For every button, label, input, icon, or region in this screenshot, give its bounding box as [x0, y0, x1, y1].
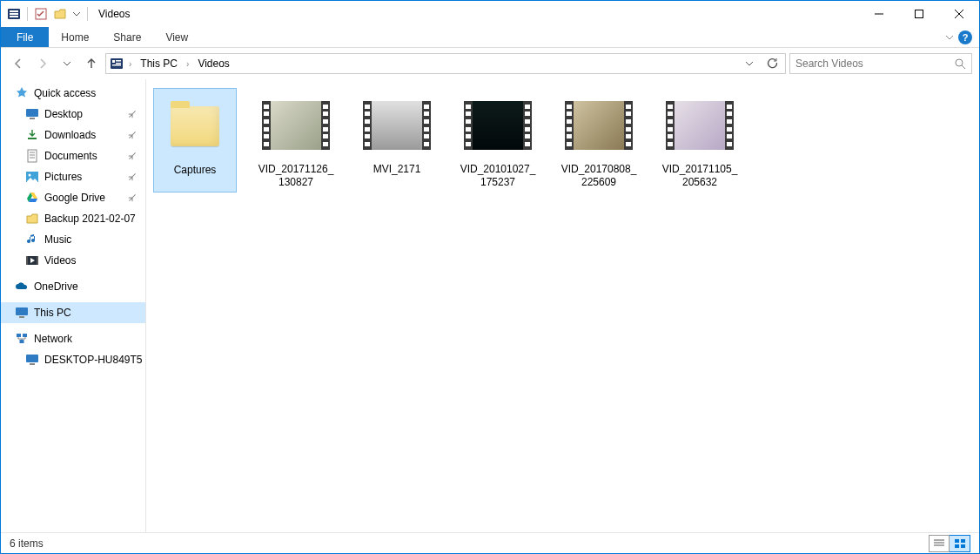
svg-rect-31	[17, 334, 21, 337]
item-icon	[25, 170, 39, 184]
monitor-icon	[15, 306, 29, 320]
sidebar-onedrive[interactable]: OneDrive	[1, 276, 145, 297]
chevron-right-icon[interactable]: ›	[129, 59, 131, 69]
svg-point-14	[956, 59, 963, 66]
chevron-right-icon[interactable]: ›	[186, 59, 189, 69]
network-icon	[15, 332, 29, 346]
sidebar-item-backup-2021-02-07[interactable]: Backup 2021-02-07	[1, 208, 145, 229]
monitor-icon	[25, 353, 39, 367]
qat-folder-icon[interactable]	[52, 6, 68, 22]
sidebar-item-downloads[interactable]: Downloads	[1, 125, 145, 145]
ribbon-collapse-icon[interactable]	[944, 32, 955, 43]
svg-point-24	[29, 174, 31, 177]
file-item[interactable]: Captures	[153, 88, 237, 193]
svg-rect-11	[116, 60, 121, 62]
close-button[interactable]	[939, 1, 979, 27]
svg-rect-18	[28, 138, 37, 139]
item-label: VID_20170808_225609	[560, 163, 637, 189]
pin-icon	[128, 193, 137, 202]
sidebar-item-documents[interactable]: Documents	[1, 145, 145, 166]
breadcrumb-this-pc[interactable]: This PC	[137, 57, 181, 70]
sidebar-item-music[interactable]: Music	[1, 229, 145, 250]
search-icon[interactable]	[954, 57, 966, 70]
video-icon	[363, 101, 431, 150]
breadcrumb-videos[interactable]: Videos	[194, 57, 232, 70]
svg-rect-3	[10, 16, 18, 17]
sidebar-item-pictures[interactable]: Pictures	[1, 166, 145, 187]
tab-share[interactable]: Share	[101, 27, 153, 47]
view-details-button[interactable]	[929, 535, 950, 552]
app-icon	[6, 6, 22, 22]
minimize-button[interactable]	[859, 1, 899, 27]
tab-view[interactable]: View	[153, 27, 200, 47]
sidebar-item-desktop[interactable]: Desktop	[1, 104, 145, 125]
svg-rect-40	[961, 539, 965, 543]
svg-rect-41	[955, 544, 959, 548]
file-item[interactable]: VID_20170808_225609	[557, 88, 641, 193]
address-bar[interactable]: › This PC › Videos	[105, 53, 786, 74]
item-icon	[25, 212, 39, 226]
file-item[interactable]: VID_20101027_175237	[456, 88, 540, 193]
svg-rect-42	[961, 544, 965, 548]
svg-rect-10	[112, 60, 115, 63]
item-icon	[25, 128, 39, 142]
svg-rect-30	[19, 316, 24, 318]
sidebar-network[interactable]: Network	[1, 328, 145, 349]
item-icon	[25, 233, 39, 247]
content-pane[interactable]: CapturesVID_20171126_130827MVI_2171VID_2…	[146, 79, 979, 532]
qat-dropdown-icon[interactable]	[71, 6, 82, 22]
pin-icon	[128, 152, 137, 160]
navigation-pane: Quick access DesktopDownloadsDocumentsPi…	[1, 79, 146, 532]
svg-rect-12	[116, 63, 121, 64]
star-icon	[15, 86, 29, 100]
item-label: MVI_2171	[373, 163, 421, 176]
item-label: VID_20101027_175237	[460, 163, 536, 189]
svg-line-15	[962, 65, 965, 69]
svg-rect-16	[26, 109, 38, 117]
qat-properties-icon[interactable]	[33, 6, 49, 22]
file-item[interactable]: VID_20171126_130827	[254, 88, 338, 193]
sidebar-network-pc[interactable]: DESKTOP-HU849T5	[1, 349, 145, 370]
search-box[interactable]	[789, 53, 972, 74]
forward-button[interactable]	[32, 53, 53, 74]
pin-icon	[128, 172, 137, 181]
svg-rect-6	[916, 10, 923, 18]
item-icon	[25, 149, 39, 163]
sidebar-this-pc[interactable]: This PC	[1, 302, 145, 323]
maximize-button[interactable]	[899, 1, 939, 27]
help-icon[interactable]: ?	[958, 30, 972, 44]
recent-dropdown[interactable]	[57, 53, 77, 74]
cloud-icon	[15, 280, 29, 294]
up-button[interactable]	[81, 53, 102, 74]
title-bar: Videos	[1, 1, 979, 27]
svg-rect-29	[16, 307, 28, 315]
file-item[interactable]: VID_20171105_205632	[658, 88, 742, 193]
file-item[interactable]: MVI_2171	[355, 88, 439, 193]
svg-rect-34	[26, 355, 38, 362]
svg-rect-35	[30, 363, 35, 365]
pin-icon	[128, 131, 137, 139]
search-input[interactable]	[795, 57, 954, 70]
video-icon	[565, 101, 633, 150]
svg-rect-26	[26, 256, 28, 265]
refresh-button[interactable]	[762, 54, 782, 73]
tab-home[interactable]: Home	[49, 27, 101, 47]
sidebar-item-videos[interactable]: Videos	[1, 250, 145, 271]
video-icon	[464, 101, 532, 150]
svg-rect-39	[955, 539, 959, 543]
sidebar-item-google-drive[interactable]: Google Drive	[1, 187, 145, 208]
status-text: 6 items	[10, 537, 44, 550]
back-button[interactable]	[8, 53, 29, 74]
item-icon	[25, 107, 39, 121]
address-dropdown[interactable]	[740, 54, 759, 73]
tab-file[interactable]: File	[1, 27, 49, 47]
svg-rect-27	[37, 256, 38, 265]
pin-icon	[128, 110, 137, 118]
ribbon-tabs: File Home Share View ?	[1, 27, 979, 48]
sidebar-quick-access[interactable]: Quick access	[1, 83, 145, 104]
view-thumbnails-button[interactable]	[950, 535, 970, 552]
svg-rect-13	[112, 64, 121, 66]
status-bar: 6 items	[1, 532, 979, 553]
svg-rect-33	[20, 340, 24, 343]
item-label: Captures	[174, 164, 217, 177]
